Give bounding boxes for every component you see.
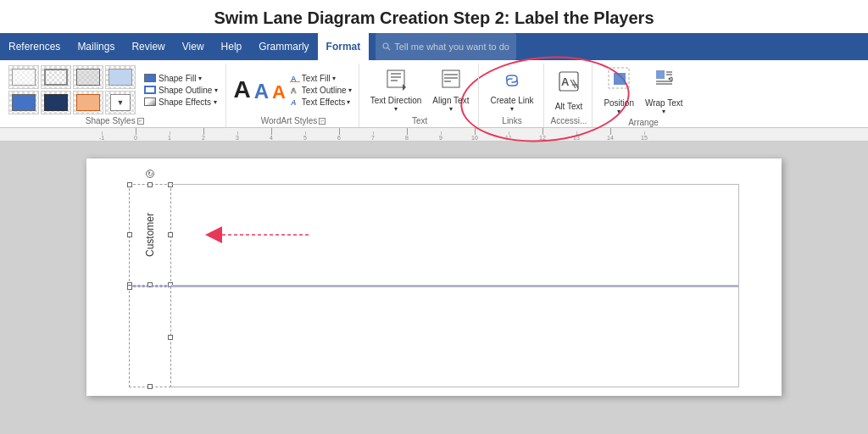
svg-text:A: A — [290, 98, 297, 106]
wordart-a-blue[interactable]: A — [254, 80, 269, 103]
svg-marker-25 — [668, 77, 670, 81]
links-content: Create Link ▾ — [486, 64, 537, 116]
ruler-mark: 0 — [119, 128, 153, 141]
shape-fill-label: Shape Fill — [159, 74, 196, 83]
create-link-btn[interactable]: Create Link ▾ — [486, 64, 537, 115]
lane2-handle-bm[interactable] — [147, 384, 153, 389]
wordart-controls: A Text Fill ▾ A Text Outline ▾ A Text Ef… — [288, 73, 353, 108]
text-fill-btn[interactable]: A Text Fill ▾ — [288, 73, 353, 84]
shape-fill-btn[interactable]: Shape Fill ▾ — [142, 73, 220, 84]
align-text-btn[interactable]: Align Text ▾ — [428, 64, 473, 115]
ruler-mark: 13 — [559, 131, 593, 141]
wordart-letters: A A A — [233, 73, 285, 107]
text-group: Text Direction ▾ Align Text ▾ Text — [361, 64, 480, 127]
shape-styles-expand[interactable]: ⌐ — [137, 118, 144, 125]
lane2-body — [171, 287, 739, 387]
tab-review[interactable]: Review — [123, 33, 173, 60]
shape-effects-icon — [144, 97, 156, 106]
shape-fill-icon — [144, 74, 156, 82]
shape-effects-btn[interactable]: Shape Effects ▾ — [142, 97, 220, 108]
alt-text-icon: A — [557, 70, 581, 100]
ruler-mark: 3 — [220, 131, 254, 141]
ruler-mark: 14 — [593, 128, 627, 141]
wrap-text-btn[interactable]: Wrap Text ▾ — [641, 64, 687, 118]
wordart-a-black[interactable]: A — [233, 76, 250, 103]
text-direction-btn[interactable]: Text Direction ▾ — [366, 64, 426, 115]
ribbon-body: ▼ Shape Fill ▾ Shape Outline ▾ — [0, 60, 868, 128]
shape-thumb-5[interactable] — [8, 91, 39, 114]
handle-ml[interactable] — [127, 232, 132, 237]
shape-styles-content: ▼ Shape Fill ▾ Shape Outline ▾ — [8, 64, 220, 116]
shape-thumb-4[interactable] — [105, 65, 136, 89]
position-btn[interactable]: Position ▾ — [599, 64, 638, 118]
arrange-group: Position ▾ Wrap Text ▾ — [594, 64, 692, 127]
svg-rect-6 — [387, 70, 404, 87]
text-group-label: Text — [366, 116, 474, 127]
tab-view[interactable]: View — [174, 33, 213, 60]
shape-effects-arrow: ▾ — [214, 98, 217, 106]
ruler-mark: 11 — [492, 131, 526, 141]
svg-rect-19 — [614, 73, 626, 85]
tab-format[interactable]: Format — [318, 33, 370, 60]
shape-thumb-6[interactable] — [41, 91, 71, 114]
text-outline-btn[interactable]: A Text Outline ▾ — [288, 85, 353, 96]
tab-mailings[interactable]: Mailings — [69, 33, 123, 60]
ribbon-search-box[interactable]: Tell me what you want to do — [376, 33, 516, 60]
svg-rect-20 — [656, 70, 665, 79]
shape-outline-btn[interactable]: Shape Outline ▾ — [142, 85, 220, 96]
svg-line-1 — [388, 48, 391, 51]
links-group-label: Links — [486, 116, 537, 127]
lane-header-box[interactable]: ↻ Customer — [129, 184, 171, 286]
shape-outline-icon — [144, 86, 156, 94]
red-arrow-annotation — [180, 222, 315, 248]
ruler-mark: 9 — [424, 131, 458, 141]
shape-thumbnails: ▼ — [8, 65, 136, 114]
shape-outline-label: Shape Outline — [159, 86, 212, 95]
wordart-a-orange[interactable]: A — [272, 81, 286, 103]
text-effects-btn[interactable]: A Text Effects ▾ — [288, 97, 353, 108]
shape-effects-label: Shape Effects — [159, 97, 211, 107]
svg-rect-3 — [290, 81, 300, 82]
app-wrapper: Swim Lane Diagram Creation Step 2: Label… — [0, 0, 868, 434]
svg-marker-26 — [205, 226, 222, 243]
ruler-mark: 10 — [458, 128, 492, 141]
ruler-mark: 15 — [627, 131, 661, 141]
tab-grammarly[interactable]: Grammarly — [250, 33, 317, 60]
ruler-mark: 2 — [186, 128, 220, 141]
shape-thumb-8[interactable]: ▼ — [105, 91, 136, 114]
search-icon — [382, 42, 391, 51]
svg-text:A: A — [561, 75, 570, 88]
ruler: -1 0 1 2 3 4 5 6 7 8 9 10 11 12 13 14 15 — [0, 128, 868, 142]
text-group-content: Text Direction ▾ Align Text ▾ — [366, 64, 474, 116]
accessibility-content: A Alt Text — [551, 64, 587, 116]
shape-thumb-3[interactable] — [73, 65, 103, 89]
shape-thumb-7[interactable] — [73, 91, 103, 114]
handle-tl[interactable] — [127, 182, 132, 187]
wordart-styles-expand[interactable]: ⌐ — [319, 118, 326, 125]
position-icon — [607, 66, 631, 97]
lane-body — [171, 184, 739, 286]
shape-styles-label: Shape Styles ⌐ — [8, 116, 220, 127]
shape-thumb-2[interactable] — [41, 65, 71, 89]
accessibility-group: A Alt Text Accessi... — [546, 64, 593, 127]
ruler-mark: 5 — [288, 131, 322, 141]
text-direction-icon — [384, 67, 408, 94]
alt-text-btn[interactable]: A Alt Text — [551, 67, 587, 114]
ruler-mark: -1 — [85, 131, 119, 141]
shape-fill-arrow: ▾ — [198, 75, 202, 82]
lane2-header-box — [129, 287, 171, 387]
search-placeholder: Tell me what you want to do — [394, 42, 509, 52]
wordart-content: A A A A Text Fill ▾ A Text Outline ▾ — [233, 64, 353, 116]
shape-thumb-1[interactable] — [8, 65, 39, 89]
tab-help[interactable]: Help — [213, 33, 251, 60]
tab-references[interactable]: References — [0, 33, 69, 60]
links-group: Create Link ▾ Links — [481, 64, 543, 127]
ruler-mark: 4 — [254, 128, 288, 141]
rotate-handle[interactable]: ↻ — [146, 170, 154, 178]
handle-tm[interactable] — [147, 182, 153, 187]
ruler-mark: 8 — [390, 128, 424, 141]
svg-text:A: A — [291, 75, 297, 82]
lane2-handle-tl[interactable] — [127, 285, 132, 290]
svg-rect-11 — [442, 70, 459, 87]
document-canvas: ↻ Customer — [86, 159, 782, 396]
